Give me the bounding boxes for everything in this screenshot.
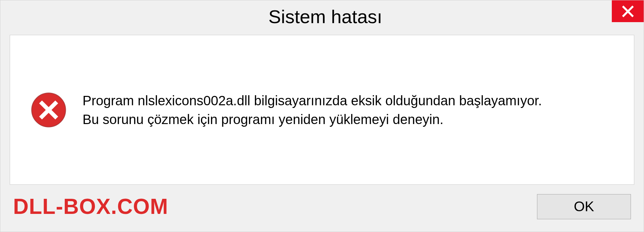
error-message-line1: Program nlslexicons002a.dll bilgisayarın…: [83, 91, 542, 110]
ok-button[interactable]: OK: [537, 194, 631, 219]
titlebar: Sistem hatası: [0, 0, 644, 32]
dialog-title: Sistem hatası: [7, 0, 612, 27]
close-button[interactable]: [612, 0, 644, 22]
error-message: Program nlslexicons002a.dll bilgisayarın…: [83, 91, 542, 129]
error-icon: [30, 92, 67, 128]
error-message-line2: Bu sorunu çözmek için programı yeniden y…: [83, 110, 542, 129]
close-icon: [621, 5, 635, 18]
ok-button-label: OK: [574, 198, 594, 215]
watermark-text: DLL-BOX.COM: [13, 194, 168, 219]
content-panel: Program nlslexicons002a.dll bilgisayarın…: [10, 35, 634, 185]
footer: DLL-BOX.COM OK: [0, 191, 644, 232]
error-dialog: Sistem hatası Program nlslexicons002a.dl…: [0, 0, 644, 232]
